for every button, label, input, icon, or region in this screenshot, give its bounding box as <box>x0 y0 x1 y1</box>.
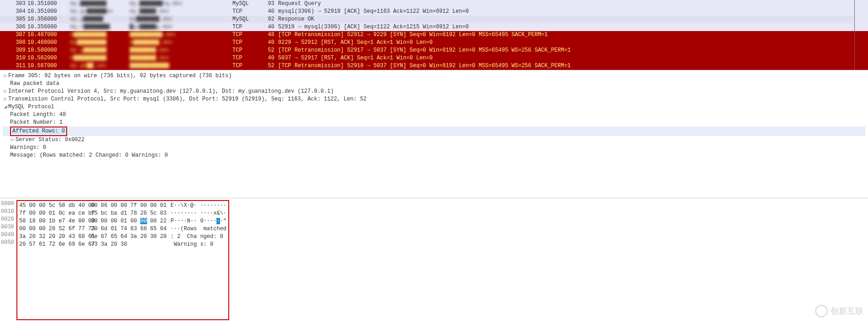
tree-raw[interactable]: Raw packet data <box>3 80 865 88</box>
hex-bytes[interactable]: 45 00 00 5c 58 db 40 00 80 06 00 00 7f 0… <box>16 200 229 320</box>
expand-icon[interactable]: ▷ <box>3 72 8 80</box>
tree-frame[interactable]: ▷Frame 305: 92 bytes on wire (736 bits),… <box>3 72 865 80</box>
packet-row[interactable]: 30810.488000my█████████m████████.devTCP4… <box>0 39 854 47</box>
tree-packet-number[interactable]: Packet Number: 1 <box>3 119 865 127</box>
expand-icon[interactable]: ▷ <box>3 88 8 95</box>
tree-affected-rows[interactable]: Affected Rows: 0 <box>3 127 865 136</box>
packet-row[interactable]: 30910.580000my.g███████████████.devTCP52… <box>0 47 854 54</box>
packet-details-tree[interactable]: ▷Frame 305: 92 bytes on wire (736 bits),… <box>0 70 868 198</box>
packet-row[interactable]: 31010.582000m██████████████████.devTCP40… <box>0 54 854 62</box>
packet-row[interactable]: 30410.351000my.gu██████evmy.█████.devTCP… <box>0 8 854 16</box>
packet-row[interactable]: 30610.356000my.г█████████gu█████g.devTCP… <box>0 23 854 31</box>
watermark: 创新互联 <box>815 305 863 317</box>
tree-packet-length[interactable]: Packet Length: 48 <box>3 111 865 119</box>
packet-row[interactable]: 30310.351000my.████████my.███████ng.devM… <box>0 0 854 8</box>
expand-icon[interactable]: ▷ <box>3 95 8 103</box>
tree-warnings[interactable]: Warnings: 0 <box>3 144 865 152</box>
highlight-affected-rows: Affected Rows: 0 <box>10 127 67 136</box>
tree-message[interactable]: Message: (Rows matched: 2 Changed: 0 War… <box>3 152 865 159</box>
tree-tcp[interactable]: ▷Transmission Control Protocol, Src Port… <box>3 95 865 103</box>
hex-pane[interactable]: 000000100020003000400050 45 00 00 5c 58 … <box>0 198 868 322</box>
tree-server-status[interactable]: ▷Server Status: 0x0022 <box>3 136 865 144</box>
watermark-text: 创新互联 <box>831 306 863 317</box>
packet-table[interactable]: 30310.351000my.████████my.███████ng.devM… <box>0 0 854 70</box>
packet-row[interactable]: 31110.587000my.gb██.uev████████████TCP52… <box>0 62 854 70</box>
expand-icon[interactable]: ▷ <box>10 136 16 144</box>
packet-row[interactable]: 30510.356000my.g██████my███████.devMySQL… <box>0 16 854 23</box>
tree-ip[interactable]: ▷Internet Protocol Version 4, Src: my.gu… <box>3 88 865 95</box>
packet-list: 30310.351000my.████████my.███████ng.devM… <box>0 0 868 70</box>
packet-row[interactable]: 30710.487000m████████████████████.devTCP… <box>0 31 854 39</box>
minimap[interactable] <box>854 0 868 70</box>
hex-offsets: 000000100020003000400050 <box>1 200 16 320</box>
collapse-icon[interactable]: ◢ <box>3 103 8 111</box>
watermark-logo-icon <box>815 305 828 317</box>
tree-mysql[interactable]: ◢MySQL Protocol <box>3 103 865 111</box>
